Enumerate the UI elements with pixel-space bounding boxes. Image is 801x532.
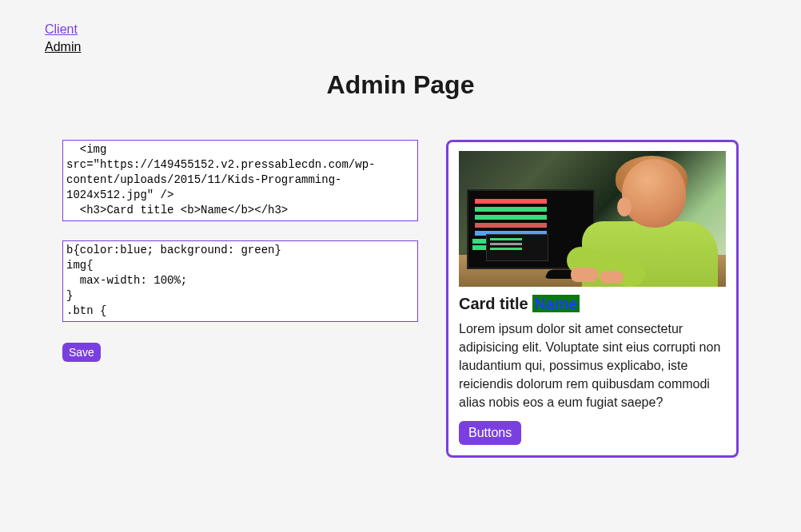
card-image: [459, 151, 726, 287]
html-editor[interactable]: [62, 140, 418, 221]
nav-admin-link[interactable]: Admin: [45, 38, 801, 56]
preview-card: Card title Name Lorem ipsum dolor sit am…: [446, 140, 739, 458]
css-editor[interactable]: [62, 240, 418, 322]
save-button[interactable]: Save: [62, 343, 101, 362]
card-title-prefix: Card title: [459, 295, 532, 312]
card-title-name: Name: [532, 295, 579, 312]
card-title: Card title Name: [459, 295, 726, 313]
card-body-text: Lorem ipsum dolor sit amet consectetur a…: [459, 320, 726, 411]
card-buttons-button[interactable]: Buttons: [459, 421, 521, 445]
page-title: Admin Page: [0, 70, 801, 100]
nav-client-link[interactable]: Client: [45, 21, 801, 38]
